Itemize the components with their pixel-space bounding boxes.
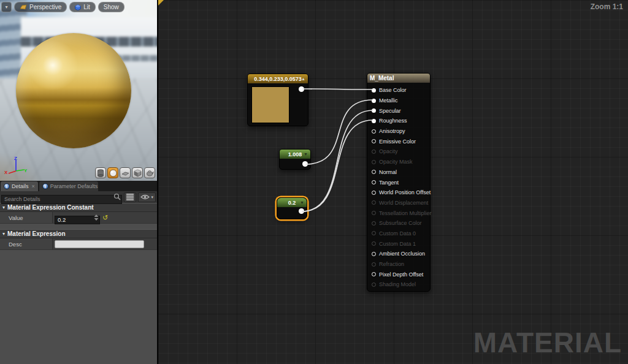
- pin-dot-icon[interactable]: [372, 88, 376, 93]
- collapse-arrow-icon[interactable]: ▼: [300, 200, 304, 205]
- material-pin-emissive-color[interactable]: Emissive Color: [367, 136, 430, 146]
- section-material-expression[interactable]: ▾ Material Expression: [0, 229, 157, 238]
- material-pin-world-position-offset[interactable]: World Position Offset: [367, 188, 430, 198]
- reset-to-default-icon[interactable]: ↺: [102, 214, 108, 221]
- material-pin-opacity-mask[interactable]: Opacity Mask: [367, 157, 430, 167]
- pin-label: Emissive Color: [379, 138, 416, 145]
- material-graph-canvas[interactable]: Zoom 1:1 MATERIAL 0.344,0.233,0.0573 ▲ 1…: [158, 0, 628, 364]
- material-pin-custom-data-1[interactable]: Custom Data 1: [367, 238, 430, 249]
- value-input[interactable]: [55, 216, 100, 224]
- pin-dot-icon[interactable]: [372, 200, 376, 205]
- material-pin-pixel-depth-offset[interactable]: Pixel Depth Offset: [367, 269, 430, 279]
- node-color-constant[interactable]: 0.344,0.233,0.0573 ▲: [247, 74, 308, 126]
- metallic-constant-output-pin[interactable]: [302, 161, 308, 167]
- material-pin-metallic[interactable]: Metallic: [367, 96, 430, 106]
- perspective-button[interactable]: Perspective: [14, 2, 67, 12]
- material-pin-tangent[interactable]: Tangent: [367, 177, 430, 188]
- cube-mesh-button[interactable]: [132, 167, 143, 178]
- property-matrix-icon: [126, 194, 134, 200]
- pin-dot-icon[interactable]: [372, 129, 376, 134]
- cylinder-mesh-button[interactable]: [95, 167, 106, 178]
- teapot-mesh-button[interactable]: [144, 167, 155, 178]
- pin-dot-icon[interactable]: [372, 252, 376, 256]
- details-panel: i Details × i Parameter Defaults ×: [0, 181, 157, 364]
- pin-dot-icon[interactable]: [372, 191, 376, 195]
- material-pin-tessellation-multiplier[interactable]: Tessellation Multiplier: [367, 208, 430, 218]
- perspective-icon: [20, 4, 27, 10]
- pin-dot-icon[interactable]: [372, 139, 376, 143]
- desc-property-row: Desc: [0, 238, 157, 250]
- details-search-row: ▾: [0, 191, 157, 203]
- material-pin-shading-model[interactable]: Shading Model: [367, 279, 430, 290]
- material-pin-refraction[interactable]: Refraction: [367, 259, 430, 270]
- material-pin-normal[interactable]: Normal: [367, 167, 430, 178]
- material-pin-base-color[interactable]: Base Color: [367, 85, 430, 96]
- material-watermark: MATERIAL: [473, 326, 622, 359]
- material-pin-anisotropy[interactable]: Anisotropy: [367, 126, 430, 137]
- show-label: Show: [104, 4, 119, 10]
- pin-label: Subsurface Color: [379, 220, 422, 226]
- section-material-expression-constant[interactable]: ▾ Material Expression Constant: [0, 203, 157, 212]
- cylinder-icon: [97, 169, 104, 177]
- material-pin-specular[interactable]: Specular: [367, 105, 430, 116]
- material-pins: Base ColorMetallicSpecularRoughnessAniso…: [367, 83, 430, 290]
- pin-dot-icon[interactable]: [372, 231, 376, 235]
- gizmo-y-label: Y: [24, 168, 28, 173]
- tab-details[interactable]: i Details ×: [1, 181, 38, 191]
- roughness-constant-output-pin[interactable]: [299, 208, 304, 214]
- material-pin-world-displacement[interactable]: World Displacement: [367, 198, 430, 208]
- pin-dot-icon[interactable]: [372, 119, 376, 123]
- node-roughness-constant-selected[interactable]: 0.2 ▼: [277, 197, 307, 219]
- orientation-gizmo: Z Y X: [4, 155, 28, 177]
- material-editor-window: ▾ Perspective Lit Show: [0, 0, 628, 364]
- pin-dot-icon[interactable]: [372, 282, 376, 287]
- color-swatch[interactable]: [251, 86, 289, 123]
- pin-dot-icon[interactable]: [372, 99, 376, 103]
- desc-input[interactable]: [55, 240, 144, 248]
- pin-label: Custom Data 1: [379, 241, 416, 247]
- collapse-arrow-icon[interactable]: ▲: [301, 77, 305, 81]
- collapse-arrow-icon[interactable]: ▼: [304, 152, 308, 156]
- pin-dot-icon[interactable]: [372, 150, 376, 154]
- collapse-arrow-icon: ▾: [2, 231, 5, 237]
- metallic-constant-title: 1.008: [288, 151, 302, 157]
- pin-dot-icon[interactable]: [372, 241, 376, 246]
- color-constant-output-pin[interactable]: [299, 86, 304, 92]
- pin-dot-icon[interactable]: [372, 262, 376, 267]
- pin-dot-icon[interactable]: [372, 221, 376, 226]
- spinner-icon[interactable]: [94, 214, 99, 221]
- search-details-input[interactable]: [1, 195, 122, 204]
- pin-dot-icon[interactable]: [372, 211, 376, 215]
- material-pin-roughness[interactable]: Roughness: [367, 116, 430, 126]
- material-pin-subsurface-color[interactable]: Subsurface Color: [367, 218, 430, 229]
- node-metallic-constant[interactable]: 1.008 ▼: [279, 149, 311, 170]
- pin-label: Base Color: [379, 87, 407, 93]
- view-options-button[interactable]: ▾: [138, 192, 156, 202]
- pin-label: Shading Model: [379, 281, 416, 287]
- lit-button[interactable]: Lit: [69, 2, 96, 12]
- pin-dot-icon[interactable]: [372, 170, 376, 174]
- pin-label: Anisotropy: [379, 128, 405, 134]
- pin-dot-icon[interactable]: [372, 272, 376, 276]
- node-material-output[interactable]: M_Metal Base ColorMetallicSpecularRoughn…: [367, 73, 431, 292]
- pin-dot-icon[interactable]: [372, 108, 376, 113]
- value-label: Value: [0, 212, 53, 223]
- pin-dot-icon[interactable]: [372, 160, 376, 164]
- section-title: Material Expression Constant: [7, 204, 94, 211]
- property-matrix-button[interactable]: [124, 192, 136, 202]
- material-pin-opacity[interactable]: Opacity: [367, 146, 430, 157]
- show-button[interactable]: Show: [98, 2, 124, 12]
- pin-label: Refraction: [379, 261, 404, 267]
- preview-mesh-toolbar: [95, 167, 155, 178]
- viewport-options-dropdown[interactable]: ▾: [1, 2, 12, 12]
- tab-details-label: Details: [12, 183, 29, 189]
- preview-viewport[interactable]: ▾ Perspective Lit Show: [0, 0, 157, 181]
- collapse-arrow-icon: ▾: [2, 205, 5, 210]
- pin-dot-icon[interactable]: [372, 180, 376, 184]
- tab-parameter-defaults[interactable]: i Parameter Defaults ×: [39, 181, 98, 191]
- plane-mesh-button[interactable]: [120, 167, 131, 178]
- close-icon[interactable]: ×: [32, 183, 35, 189]
- material-pin-custom-data-0[interactable]: Custom Data 0: [367, 229, 430, 239]
- material-pin-ambient-occlusion[interactable]: Ambient Occlusion: [367, 249, 430, 259]
- sphere-mesh-button[interactable]: [107, 167, 118, 178]
